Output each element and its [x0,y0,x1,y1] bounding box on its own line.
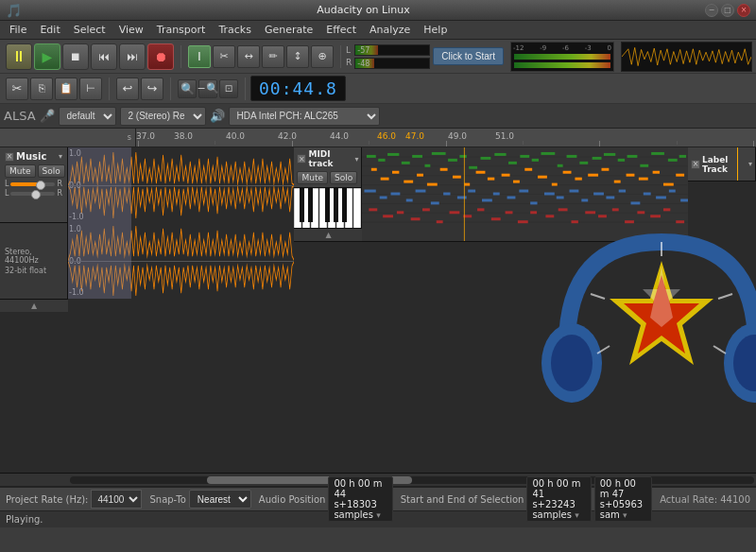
svg-rect-68 [453,176,461,179]
draw-tool-button[interactable]: ✏ [262,45,284,68]
menu-analyze[interactable]: Analyze [364,23,416,37]
menu-bar: File Edit Select View Transport Tracks G… [0,21,756,40]
zoom-out-button[interactable]: −🔍 [198,79,217,98]
record-button[interactable]: ⏺ [147,43,174,70]
svg-rect-66 [427,183,438,186]
stop-button[interactable]: ⏹ [62,43,89,70]
device-row: ALSA 🎤 default 2 (Stereo) Re 🔊 HDA Intel… [0,104,756,129]
zero-line-2 [68,261,294,262]
edit-tools: ✂ ⎘ 📋 ⊢ [4,78,104,100]
svg-rect-103 [570,190,579,193]
waveform-channel-1[interactable]: 1.0 0.0 -1.0 [68,147,294,223]
redo-button[interactable]: ↪ [141,78,163,100]
svg-rect-40 [432,152,446,155]
prev-button[interactable]: ⏮ [91,43,117,70]
input-device-select[interactable]: default [59,107,116,126]
audio-position-value[interactable]: 00 h 00 m 44 s+18303 samples ▾ [328,476,392,522]
pan-slider[interactable] [10,192,55,196]
undo-button[interactable]: ↩ [116,78,139,100]
menu-tracks[interactable]: Tracks [213,23,257,37]
selection-end-value[interactable]: 00 h 00 m 47 s+05963 sam ▾ [594,476,652,522]
midi-track-close-button[interactable]: × [297,154,306,164]
svg-rect-60 [679,155,686,158]
tool-selector: I ✂ ↔ ✏ ↕ ⊕ [186,45,335,68]
minimize-button[interactable]: − [705,4,718,17]
audio-position-dropdown-icon[interactable]: ▾ [376,510,381,520]
copy-button[interactable]: ⎘ [30,78,53,100]
actual-rate: Actual Rate: 44100 [660,494,750,505]
next-button[interactable]: ⏭ [119,43,146,70]
svg-rect-58 [652,152,665,155]
time-shift-tool-button[interactable]: ⊕ [311,45,334,68]
menu-file[interactable]: File [4,23,32,37]
music-solo-button[interactable]: Solo [38,164,65,178]
svg-line-8 [718,294,732,299]
svg-marker-6 [643,266,680,327]
window-controls[interactable]: − □ × [705,4,750,17]
svg-rect-128 [572,220,578,223]
svg-rect-89 [391,193,401,196]
waveform-preview [621,42,752,72]
snap-to-select[interactable]: Nearest [189,490,251,509]
midi-solo-button[interactable]: Solo [330,171,357,184]
svg-rect-44 [481,157,491,160]
svg-rect-63 [392,171,399,174]
svg-rect-106 [607,196,615,198]
speaker-icon: 🔊 [210,109,225,123]
label-track-close-button[interactable]: × [691,160,700,169]
cut-button[interactable]: ✂ [6,78,28,100]
svg-rect-81 [614,181,621,183]
select-tool-button[interactable]: ✂ [213,45,235,68]
svg-rect-45 [495,153,507,156]
project-rate-select[interactable]: 44100 [91,490,142,509]
selection-start-value[interactable]: 00 h 00 m 41 s+23243 samples ▾ [526,476,591,522]
output-device-select[interactable]: HDA Intel PCH: ALC265 [229,107,380,126]
selection-start-dropdown-icon[interactable]: ▾ [575,510,579,520]
envelope-tool-button[interactable]: ↔ [237,45,260,68]
waveform-channel-2[interactable]: 1.0 0.0 -1.0 [68,223,294,299]
label-track-dropdown[interactable]: ▾ [748,160,752,168]
music-track-collapse-button[interactable]: ▲ [0,299,68,312]
menu-transport[interactable]: Transport [151,23,212,37]
midi-mute-button[interactable]: Mute [297,171,328,184]
midi-track-header: × MIDI track ▾ Mute Solo [294,147,362,241]
music-track-dropdown[interactable]: ▾ [59,152,62,161]
menu-select[interactable]: Select [68,23,112,37]
svg-rect-83 [639,178,648,181]
svg-marker-5 [624,275,699,354]
zoom-tool-button[interactable]: ↕ [286,45,309,68]
menu-generate[interactable]: Generate [259,23,318,37]
svg-rect-84 [653,171,660,174]
music-mute-button[interactable]: Mute [5,164,36,178]
maximize-button[interactable]: □ [721,4,734,17]
midi-track-dropdown[interactable]: ▾ [354,155,358,164]
svg-line-10 [591,294,605,299]
music-track-close-button[interactable]: × [5,152,14,162]
svg-rect-87 [365,190,376,193]
pause-button[interactable]: ⏸ [6,43,32,70]
paste-button[interactable]: 📋 [55,78,77,100]
trim-button[interactable]: ⊢ [79,78,102,100]
channel-select[interactable]: 2 (Stereo) Re [120,107,206,126]
svg-rect-24 [342,188,347,222]
gain-slider[interactable] [10,182,55,186]
svg-rect-98 [507,196,516,198]
play-button[interactable]: ▶ [34,43,60,70]
svg-rect-105 [594,193,605,196]
zoom-fit-button[interactable]: ⊡ [219,79,238,98]
midi-track-collapse-button[interactable]: ▲ [294,228,362,241]
menu-edit[interactable]: Edit [34,23,65,37]
label-playhead [737,147,738,181]
svg-rect-76 [552,183,558,186]
selection-end-dropdown-icon[interactable]: ▾ [623,510,627,520]
click-to-start-button[interactable]: Click to Start [433,47,504,65]
ibeam-tool-button[interactable]: I [188,45,211,68]
midi-content[interactable] [362,147,688,241]
close-button[interactable]: × [737,4,750,17]
menu-help[interactable]: Help [418,23,453,37]
zoom-in-button[interactable]: 🔍 [178,79,197,98]
svg-rect-67 [440,168,448,171]
svg-rect-42 [460,155,467,158]
menu-effect[interactable]: Effect [320,23,362,37]
menu-view[interactable]: View [113,23,149,37]
